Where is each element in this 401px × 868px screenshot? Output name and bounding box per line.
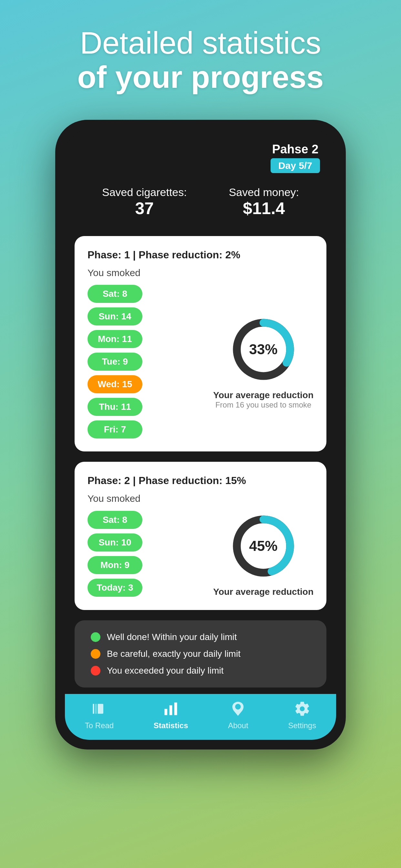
saved-money-value: $11.4 xyxy=(229,198,299,218)
svg-rect-5 xyxy=(169,705,173,715)
legend-text-1: Be careful, exactly your daily limit xyxy=(107,649,241,659)
legend-dot-orange xyxy=(91,649,100,659)
statistics-icon xyxy=(162,701,179,718)
legend-text-0: Well done! Within your daily limit xyxy=(107,632,237,642)
phase2-title: Phase: 2 | Phase reduction: 15% xyxy=(88,475,313,487)
phase1-donut-container: 33% Your average reduction From 16 you u… xyxy=(213,314,313,409)
legend-item-1: Be careful, exactly your daily limit xyxy=(91,649,310,659)
svg-rect-4 xyxy=(165,709,167,715)
phase2-pill-3: Today: 3 xyxy=(88,579,143,597)
tab-about[interactable]: About xyxy=(221,701,255,730)
saved-cigarettes-value: 37 xyxy=(102,198,187,218)
phone-screen: Pahse 2 Day 5/7 Saved cigarettes: 37 Sav… xyxy=(65,129,336,740)
phase1-pill-5: Thu: 11 xyxy=(88,398,143,416)
phone-frame: Pahse 2 Day 5/7 Saved cigarettes: 37 Sav… xyxy=(55,120,346,749)
saved-money: Saved money: $11.4 xyxy=(229,186,299,218)
phase2-donut-wrapper: 45% xyxy=(228,510,299,582)
legend-dot-green xyxy=(91,632,100,642)
phase1-donut-wrapper: 33% xyxy=(228,314,299,385)
phase2-donut-main: Your average reduction xyxy=(213,587,313,597)
hero-section: Detailed statistics of your progress xyxy=(58,26,343,94)
tab-label-settings: Settings xyxy=(288,721,316,730)
about-icon xyxy=(229,701,246,718)
phase-day: Day 5/7 xyxy=(271,158,320,173)
phase1-title: Phase: 1 | Phase reduction: 2% xyxy=(88,249,313,261)
saved-money-label: Saved money: xyxy=(229,186,299,198)
phase-header: Pahse 2 Day 5/7 xyxy=(65,129,336,180)
stats-row: Saved cigarettes: 37 Saved money: $11.4 xyxy=(65,180,336,231)
phase1-pills: Sat: 8Sun: 14Mon: 11Tue: 9Wed: 15Thu: 11… xyxy=(88,285,143,438)
phase1-donut-main: Your average reduction xyxy=(213,390,313,400)
legend-text-2: You exceeded your daily limit xyxy=(107,665,224,676)
phase1-body: Sat: 8Sun: 14Mon: 11Tue: 9Wed: 15Thu: 11… xyxy=(88,285,313,438)
phase1-pill-6: Fri: 7 xyxy=(88,421,143,438)
phase2-pill-1: Sun: 10 xyxy=(88,533,143,552)
phase1-pill-4: Wed: 15 xyxy=(88,375,143,393)
screen-content: Pahse 2 Day 5/7 Saved cigarettes: 37 Sav… xyxy=(65,129,336,694)
phase-name: Pahse 2 xyxy=(271,143,320,156)
svg-rect-6 xyxy=(174,703,177,715)
phase2-donut-center: 45% xyxy=(249,538,278,554)
phase1-donut-center: 33% xyxy=(249,341,278,358)
phase1-donut-sub: From 16 you used to smoke xyxy=(213,400,313,409)
phase1-pill-3: Tue: 9 xyxy=(88,352,143,371)
tab-label-statistics: Statistics xyxy=(154,721,188,730)
saved-cigarettes-label: Saved cigarettes: xyxy=(102,186,187,198)
tab-label-about: About xyxy=(228,721,248,730)
phase1-card: Phase: 1 | Phase reduction: 2% You smoke… xyxy=(74,236,327,452)
legend-dot-red xyxy=(91,666,100,676)
tab-settings[interactable]: Settings xyxy=(281,701,322,730)
tab-statistics[interactable]: Statistics xyxy=(147,701,195,730)
hero-line2: of your progress xyxy=(78,60,324,94)
phase2-pill-2: Mon: 9 xyxy=(88,556,143,574)
legend-card: Well done! Within your daily limit Be ca… xyxy=(74,620,327,687)
phase1-donut-label: Your average reduction From 16 you used … xyxy=(213,390,313,409)
phase1-pill-0: Sat: 8 xyxy=(88,285,143,303)
to-read-icon xyxy=(91,701,107,718)
legend-item-2: You exceeded your daily limit xyxy=(91,665,310,676)
phase1-pill-1: Sun: 14 xyxy=(88,307,143,326)
phase1-pill-2: Mon: 11 xyxy=(88,330,143,348)
tab-to-read[interactable]: To Read xyxy=(79,701,120,730)
hero-line1: Detailed statistics xyxy=(78,26,324,60)
phase2-subtitle: You smoked xyxy=(88,493,313,504)
legend-item-0: Well done! Within your daily limit xyxy=(91,632,310,642)
phase2-donut-label: Your average reduction xyxy=(213,587,313,597)
tab-bar: To ReadStatisticsAboutSettings xyxy=(65,694,336,740)
settings-icon xyxy=(294,701,311,718)
phase2-body: Sat: 8Sun: 10Mon: 9Today: 3 45% Your ave… xyxy=(88,510,313,597)
saved-cigarettes: Saved cigarettes: 37 xyxy=(102,186,187,218)
phase2-card: Phase: 2 | Phase reduction: 15% You smok… xyxy=(74,462,327,610)
tab-label-to-read: To Read xyxy=(85,721,114,730)
phase-info: Pahse 2 Day 5/7 xyxy=(271,143,320,173)
phase2-pills: Sat: 8Sun: 10Mon: 9Today: 3 xyxy=(88,511,143,597)
phase2-donut-container: 45% Your average reduction xyxy=(213,510,313,597)
phase1-subtitle: You smoked xyxy=(88,268,313,278)
phase2-pill-0: Sat: 8 xyxy=(88,511,143,529)
